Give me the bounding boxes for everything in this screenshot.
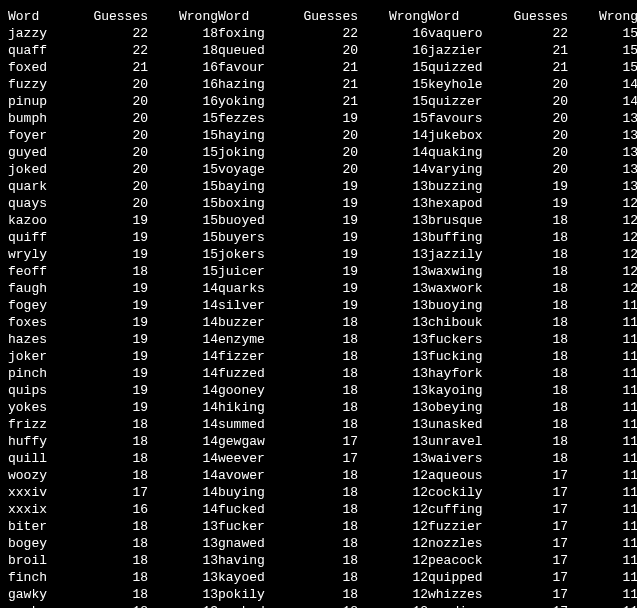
wrong-cell: 15 <box>568 25 637 42</box>
wrong-cell: 12 <box>358 467 428 484</box>
guesses-cell: 18 <box>288 348 358 365</box>
guesses-cell: 18 <box>288 365 358 382</box>
word-cell: pinup <box>8 93 78 110</box>
table-row: hexapod1912 <box>428 195 637 212</box>
guesses-cell: 19 <box>78 331 148 348</box>
wrong-cell: 11 <box>568 365 637 382</box>
word-cell: fucker <box>218 518 288 535</box>
word-cell: quizzed <box>428 59 498 76</box>
word-cell: waivers <box>428 450 498 467</box>
guesses-cell: 18 <box>288 586 358 603</box>
word-cell: foxed <box>8 59 78 76</box>
wrong-cell: 13 <box>148 518 218 535</box>
table-row: quaking2013 <box>428 144 637 161</box>
table-row: joked2015 <box>8 161 218 178</box>
table-row: buoyed1913 <box>218 212 428 229</box>
guesses-cell: 20 <box>78 144 148 161</box>
table-row: bogey1813 <box>8 535 218 552</box>
table-row: boxing1913 <box>218 195 428 212</box>
guesses-cell: 19 <box>78 246 148 263</box>
guesses-cell: 17 <box>498 467 568 484</box>
word-stats-table: WordGuessesWrongjazzy2218quaff2218foxed2… <box>8 8 629 608</box>
word-cell: fuzzy <box>8 76 78 93</box>
word-cell: joked <box>8 161 78 178</box>
wrong-cell: 15 <box>148 212 218 229</box>
table-row: biter1813 <box>8 518 218 535</box>
word-cell: cockily <box>428 484 498 501</box>
wrong-cell: 15 <box>358 93 428 110</box>
word-cell: quaking <box>428 144 498 161</box>
wrong-cell: 13 <box>148 569 218 586</box>
word-cell: keyhole <box>428 76 498 93</box>
table-row: foxed2116 <box>8 59 218 76</box>
table-row: jazzier2115 <box>428 42 637 59</box>
wrong-cell: 13 <box>358 178 428 195</box>
word-cell: broil <box>8 552 78 569</box>
guesses-cell: 20 <box>78 93 148 110</box>
word-cell: jazzier <box>428 42 498 59</box>
word-cell: jukebox <box>428 127 498 144</box>
header-guesses: Guesses <box>498 8 568 25</box>
word-cell: haying <box>218 127 288 144</box>
word-cell: nozzles <box>428 535 498 552</box>
table-row: waivers1811 <box>428 450 637 467</box>
guesses-cell: 19 <box>288 280 358 297</box>
table-row: summed1813 <box>218 416 428 433</box>
table-row: fuzzy2016 <box>8 76 218 93</box>
table-row: favour2115 <box>218 59 428 76</box>
guesses-cell: 18 <box>288 569 358 586</box>
table-row: peacock1711 <box>428 552 637 569</box>
wrong-cell: 16 <box>148 59 218 76</box>
guesses-cell: 16 <box>78 501 148 518</box>
word-cell: fuzzed <box>218 365 288 382</box>
guesses-cell: 18 <box>498 331 568 348</box>
column-group-1: WordGuessesWrongjazzy2218quaff2218foxed2… <box>8 8 218 608</box>
guesses-cell: 18 <box>498 263 568 280</box>
table-row: chibouk1811 <box>428 314 637 331</box>
wrong-cell: 14 <box>148 450 218 467</box>
table-row: joker1914 <box>8 348 218 365</box>
table-row: yokes1914 <box>8 399 218 416</box>
word-cell: quips <box>8 382 78 399</box>
guesses-cell: 19 <box>498 178 568 195</box>
table-row: aqueous1711 <box>428 467 637 484</box>
word-cell: unravel <box>428 433 498 450</box>
table-row: haying2014 <box>218 127 428 144</box>
word-cell: xxxix <box>8 501 78 518</box>
guesses-cell: 18 <box>78 450 148 467</box>
table-row: gawky1813 <box>8 586 218 603</box>
guesses-cell: 18 <box>288 331 358 348</box>
wrong-cell: 12 <box>358 484 428 501</box>
guesses-cell: 20 <box>78 110 148 127</box>
word-cell: favours <box>428 110 498 127</box>
word-cell: quays <box>8 195 78 212</box>
word-cell: jazzily <box>428 246 498 263</box>
guesses-cell: 18 <box>288 382 358 399</box>
wrong-cell: 15 <box>148 195 218 212</box>
word-cell: obeying <box>428 399 498 416</box>
table-row: woozy1814 <box>8 467 218 484</box>
word-cell: voyage <box>218 161 288 178</box>
guesses-cell: 18 <box>498 314 568 331</box>
word-cell: weever <box>218 450 288 467</box>
word-cell: quark <box>8 178 78 195</box>
wrong-cell: 13 <box>148 552 218 569</box>
table-row: pokily1812 <box>218 586 428 603</box>
wrong-cell: 13 <box>358 246 428 263</box>
word-cell: hexapod <box>428 195 498 212</box>
wrong-cell: 11 <box>568 467 637 484</box>
guesses-cell: 20 <box>498 127 568 144</box>
word-cell: unasked <box>428 416 498 433</box>
word-cell: fogey <box>8 297 78 314</box>
table-row: juicer1913 <box>218 263 428 280</box>
guesses-cell: 18 <box>288 314 358 331</box>
guesses-cell: 19 <box>78 229 148 246</box>
wrong-cell: 13 <box>358 280 428 297</box>
word-cell: avower <box>218 467 288 484</box>
table-row: buzzing1913 <box>428 178 637 195</box>
table-row: favours2013 <box>428 110 637 127</box>
word-cell: xxxiv <box>8 484 78 501</box>
guesses-cell: 17 <box>498 535 568 552</box>
guesses-cell: 19 <box>78 297 148 314</box>
table-row: hazing2115 <box>218 76 428 93</box>
